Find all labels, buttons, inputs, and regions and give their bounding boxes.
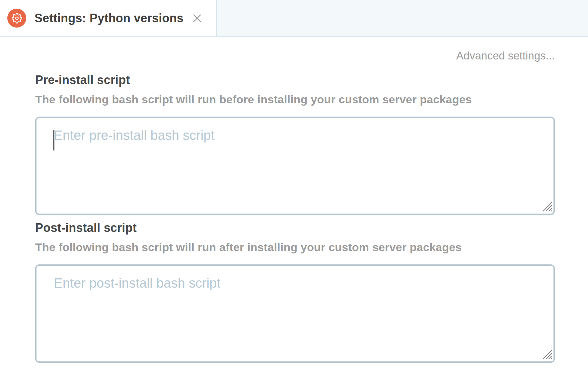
post-install-heading: Post-install script	[35, 221, 555, 235]
settings-page: Advanced settings... Pre-install script …	[0, 48, 588, 363]
settings-tab[interactable]: Settings: Python versions	[0, 0, 217, 36]
pre-install-description: The following bash script will run befor…	[35, 93, 555, 106]
post-install-description: The following bash script will run after…	[35, 241, 555, 254]
post-install-script-box	[35, 264, 555, 363]
gear-icon	[7, 9, 26, 28]
pre-install-heading: Pre-install script	[35, 73, 555, 87]
pre-install-script-box	[35, 117, 555, 215]
post-install-textarea[interactable]	[35, 264, 555, 363]
resize-handle-icon[interactable]	[541, 348, 552, 359]
close-icon[interactable]	[191, 12, 203, 25]
tab-strip-empty-area	[217, 0, 588, 36]
section-post-install: Post-install script The following bash s…	[35, 221, 555, 363]
section-pre-install: Pre-install script The following bash sc…	[35, 73, 555, 215]
advanced-settings-link[interactable]: Advanced settings...	[35, 48, 555, 64]
pre-install-textarea[interactable]	[35, 117, 555, 215]
tab-title: Settings: Python versions	[35, 11, 184, 25]
resize-handle-icon[interactable]	[541, 200, 552, 212]
tab-bar: Settings: Python versions	[0, 0, 588, 37]
